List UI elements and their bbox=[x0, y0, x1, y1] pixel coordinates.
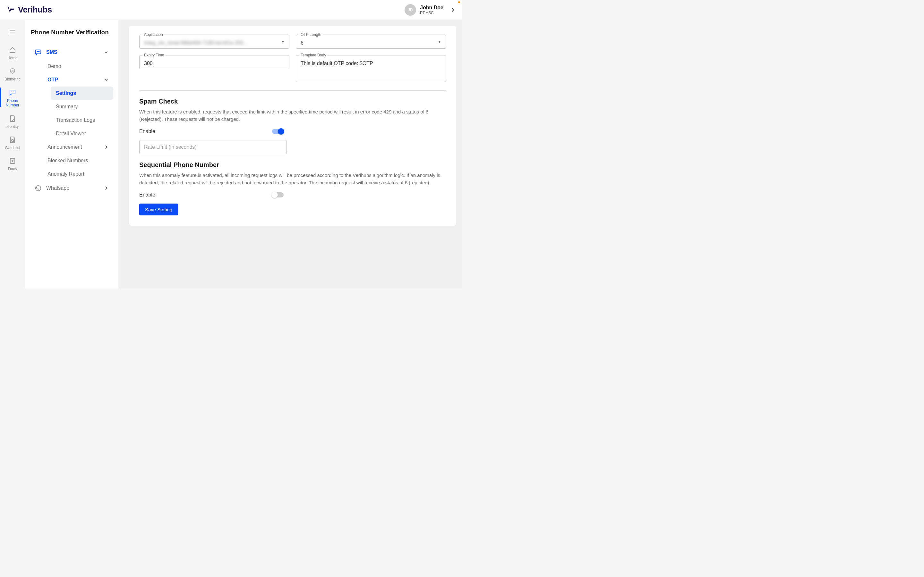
chevron-down-icon bbox=[103, 50, 109, 55]
rail-item-biometric[interactable]: AI Biometric bbox=[0, 64, 25, 85]
settings-card: Application integ_ctn_lorad-98bb494-7180… bbox=[129, 26, 456, 226]
tree-demo[interactable]: Demo bbox=[42, 60, 113, 73]
field-label: Expiry Time bbox=[143, 53, 166, 57]
field-value: 6 bbox=[300, 40, 441, 46]
tree-label: Settings bbox=[56, 90, 76, 96]
main-content: Application integ_ctn_lorad-98bb494-7180… bbox=[119, 20, 462, 288]
brand-mark-icon bbox=[6, 5, 15, 15]
user-org: PT ABC bbox=[420, 11, 443, 15]
tree-anomaly-report[interactable]: Anomaly Report bbox=[42, 167, 113, 181]
watchlist-icon bbox=[9, 136, 16, 143]
tree-otp-settings[interactable]: Settings bbox=[51, 87, 113, 100]
rail-item-docs[interactable]: Docs bbox=[0, 154, 25, 175]
caret-down-icon: ▼ bbox=[438, 40, 441, 44]
expiry-time-input[interactable]: Expiry Time 300 bbox=[139, 55, 289, 69]
field-label: Application bbox=[143, 32, 164, 37]
sequential-toggle[interactable] bbox=[272, 192, 284, 197]
rail-label: Home bbox=[7, 56, 18, 60]
caret-down-icon: ▼ bbox=[281, 40, 284, 44]
user-menu[interactable]: JD John Doe PT ABC bbox=[405, 4, 456, 16]
tree-label: Anomaly Report bbox=[47, 171, 84, 177]
tree-label: Transaction Logs bbox=[56, 117, 95, 123]
svg-point-6 bbox=[38, 51, 39, 52]
tree-label: SMS bbox=[46, 49, 57, 55]
tree-otp[interactable]: OTP bbox=[42, 73, 113, 87]
identity-icon bbox=[9, 115, 16, 122]
panel-title: Phone Number Verification bbox=[30, 29, 113, 36]
rail-label: Identity bbox=[6, 124, 19, 129]
sms-icon bbox=[35, 49, 42, 56]
tree-whatsapp[interactable]: Whatsapp bbox=[30, 181, 113, 195]
svg-point-7 bbox=[39, 51, 39, 52]
field-value: This is default OTP code: $OTP bbox=[300, 61, 441, 79]
tree-label: Summary bbox=[56, 104, 78, 110]
field-label: OTP Length bbox=[299, 32, 323, 37]
rail-label: Biometric bbox=[5, 77, 21, 81]
svg-point-5 bbox=[37, 51, 37, 52]
sequential-title: Sequential Phone Number bbox=[139, 161, 446, 169]
field-value: 300 bbox=[144, 61, 284, 66]
nav-rail: Home AI Biometric Phone Number Identity … bbox=[0, 20, 25, 288]
tree-label: Whatsapp bbox=[46, 185, 69, 191]
svg-rect-3 bbox=[10, 158, 15, 163]
sequential-desc: When this anomaly feature is activated, … bbox=[139, 172, 446, 186]
tree-label: Detail Viewer bbox=[56, 131, 86, 137]
chevron-down-icon bbox=[103, 77, 109, 82]
svg-text:AI: AI bbox=[11, 70, 14, 72]
tree-announcement[interactable]: Announcement bbox=[42, 140, 113, 154]
rail-label: Docs bbox=[8, 167, 17, 171]
tree-label: Blocked Numbers bbox=[47, 158, 88, 163]
home-icon bbox=[9, 46, 16, 54]
tree-otp-detail-viewer[interactable]: Detail Viewer bbox=[51, 127, 113, 140]
avatar: JD bbox=[405, 4, 416, 16]
rail-label: Watchlist bbox=[5, 145, 20, 150]
tree-label: Announcement bbox=[47, 144, 82, 150]
app-header: Verihubs JD John Doe PT ABC bbox=[0, 0, 462, 20]
chevron-right-icon bbox=[103, 185, 109, 191]
rail-item-home[interactable]: Home bbox=[0, 43, 25, 64]
save-button[interactable]: Save Setting bbox=[139, 203, 178, 215]
whatsapp-icon bbox=[35, 185, 42, 192]
tree-label: Demo bbox=[47, 63, 61, 69]
side-panel: Phone Number Verification SMS Demo OTP bbox=[25, 20, 119, 288]
notification-dot bbox=[458, 1, 460, 3]
rate-limit-input[interactable] bbox=[139, 140, 287, 154]
user-name: John Doe bbox=[420, 5, 443, 11]
spam-check-toggle[interactable] bbox=[272, 129, 284, 134]
field-label: Template Body bbox=[299, 53, 327, 57]
spam-check-title: Spam Check bbox=[139, 98, 446, 105]
tree-label: OTP bbox=[47, 77, 58, 83]
brand-name: Verihubs bbox=[18, 5, 52, 15]
divider bbox=[139, 90, 446, 91]
enable-label: Enable bbox=[139, 192, 155, 198]
field-value: integ_ctn_lorad-98bb494-7180-bd-bf1e-205… bbox=[144, 40, 284, 46]
tree-otp-transaction-logs[interactable]: Transaction Logs bbox=[51, 113, 113, 127]
brand-logo[interactable]: Verihubs bbox=[6, 5, 52, 15]
tree-sms[interactable]: SMS bbox=[30, 45, 113, 60]
enable-label: Enable bbox=[139, 129, 155, 134]
chevron-right-icon bbox=[450, 7, 456, 13]
rail-item-watchlist[interactable]: Watchlist bbox=[0, 133, 25, 154]
tree-blocked-numbers[interactable]: Blocked Numbers bbox=[42, 154, 113, 167]
rail-item-identity[interactable]: Identity bbox=[0, 111, 25, 133]
menu-toggle-button[interactable] bbox=[7, 26, 18, 38]
rail-item-phone-number[interactable]: Phone Number bbox=[0, 85, 25, 111]
application-select[interactable]: Application integ_ctn_lorad-98bb494-7180… bbox=[139, 35, 289, 49]
template-body-input[interactable]: Template Body This is default OTP code: … bbox=[296, 55, 446, 82]
docs-icon bbox=[9, 157, 16, 165]
biometric-icon: AI bbox=[9, 67, 16, 75]
spam-check-desc: When this feature is enabled, requests t… bbox=[139, 108, 446, 123]
rail-label: Phone Number bbox=[0, 98, 25, 108]
chevron-right-icon bbox=[103, 145, 109, 150]
svg-point-8 bbox=[36, 185, 41, 191]
message-icon bbox=[9, 89, 16, 97]
otp-length-select[interactable]: OTP Length 6 ▼ bbox=[296, 35, 446, 49]
tree-otp-summary[interactable]: Summary bbox=[51, 100, 113, 113]
